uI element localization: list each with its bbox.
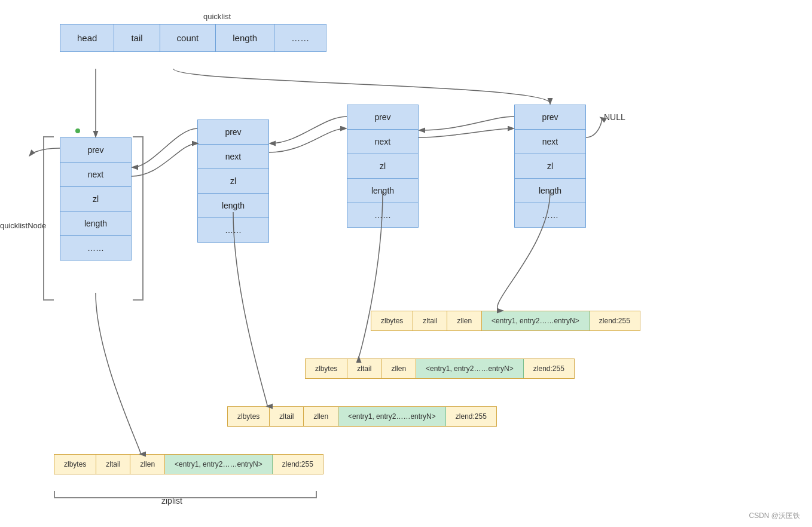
node3: prev next zl length …… (347, 105, 419, 228)
node3-length: length (347, 179, 418, 203)
zl4-zllen: zllen (447, 311, 482, 330)
zl3-zltail: zltail (347, 359, 381, 378)
node4-next: next (515, 130, 585, 154)
quicklist-header: head tail count length …… (60, 24, 326, 52)
node1-next: next (60, 163, 131, 187)
ziplist-row-4: zlbytes zltail zllen <entry1, entry2……en… (371, 311, 640, 331)
ziplist-row-2: zlbytes zltail zllen <entry1, entry2……en… (227, 406, 497, 427)
ziplist-row-3: zlbytes zltail zllen <entry1, entry2……en… (305, 359, 575, 379)
quicklist-label: quicklist (203, 12, 231, 21)
quicklistnode-label: quicklistNode (0, 221, 46, 230)
node2-length: length (198, 194, 268, 218)
node1-more: …… (60, 236, 131, 260)
node1-length: length (60, 212, 131, 236)
zl2-zltail: zltail (270, 407, 304, 426)
header-cell-count: count (160, 24, 216, 51)
node4: prev next zl length …… (514, 105, 586, 228)
zl3-zlbytes: zlbytes (306, 359, 347, 378)
node1-zl: zl (60, 187, 131, 212)
node4-prev: prev (515, 105, 585, 130)
zl2-zlend: zlend:255 (446, 407, 496, 426)
node3-next: next (347, 130, 418, 154)
watermark: CSDN @沃匡铁 (749, 511, 800, 521)
node3-more: …… (347, 203, 418, 227)
ziplist-bracket (54, 491, 317, 498)
zl1-entries: <entry1, entry2……entryN> (165, 455, 273, 474)
node1: prev next zl length …… (60, 137, 132, 261)
zl4-entries: <entry1, entry2……entryN> (482, 311, 590, 330)
bracket-right (133, 136, 144, 301)
node4-more: …… (515, 203, 585, 227)
node2-next: next (198, 145, 268, 169)
zl2-zllen: zllen (304, 407, 338, 426)
node4-zl: zl (515, 154, 585, 179)
node2-zl: zl (198, 169, 268, 194)
zl4-zltail: zltail (413, 311, 447, 330)
node2-prev: prev (198, 120, 268, 145)
header-cell-tail: tail (114, 24, 160, 51)
node3-zl: zl (347, 154, 418, 179)
node1-prev: prev (60, 138, 131, 163)
diagram: quicklist head tail count length …… prev… (0, 0, 812, 527)
header-cell-head: head (60, 24, 114, 51)
green-dot (75, 128, 80, 133)
zl1-zllen: zllen (130, 455, 165, 474)
node3-prev: prev (347, 105, 418, 130)
header-cell-more: …… (274, 24, 326, 51)
node2-more: …… (198, 218, 268, 242)
ziplist-row-1: zlbytes zltail zllen <entry1, entry2……en… (54, 454, 323, 474)
zl4-zlbytes: zlbytes (371, 311, 413, 330)
zl1-zlbytes: zlbytes (54, 455, 96, 474)
node2: prev next zl length …… (197, 120, 269, 243)
zl1-zlend: zlend:255 (273, 455, 323, 474)
zl4-zlend: zlend:255 (590, 311, 640, 330)
arrows-svg (0, 0, 812, 527)
node4-length: length (515, 179, 585, 203)
zl1-zltail: zltail (96, 455, 130, 474)
zl3-zllen: zllen (381, 359, 416, 378)
zl3-entries: <entry1, entry2……entryN> (416, 359, 524, 378)
zl2-entries: <entry1, entry2……entryN> (338, 407, 446, 426)
zl3-zlend: zlend:255 (524, 359, 574, 378)
null-label: NULL (604, 112, 625, 122)
bracket-left (43, 136, 54, 301)
zl2-zlbytes: zlbytes (228, 407, 270, 426)
header-cell-length: length (216, 24, 274, 51)
